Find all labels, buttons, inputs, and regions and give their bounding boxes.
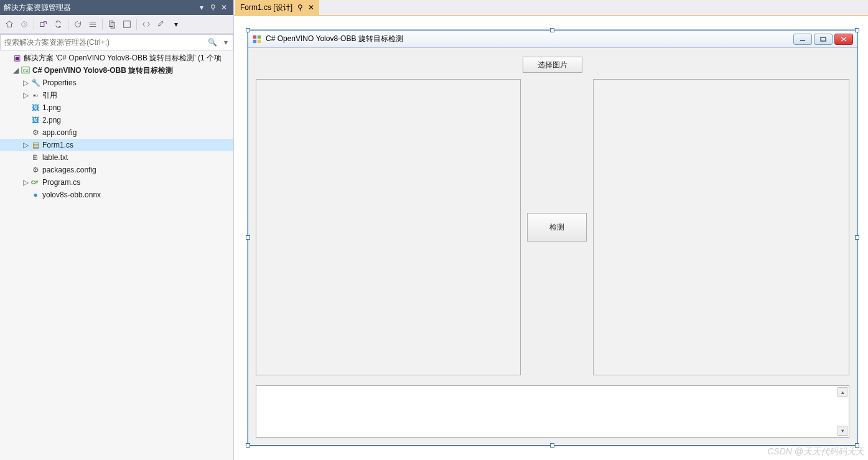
text-file-icon: 🗎 — [30, 153, 41, 162]
preview-icon[interactable] — [120, 17, 134, 31]
tree-item-label: 2.png — [41, 116, 61, 124]
tree-item-png2[interactable]: 🖼 2.png — [0, 114, 233, 126]
view-code-icon[interactable] — [139, 17, 153, 31]
form-titlebar: C# OpenVINO Yolov8-OBB 旋转目标检测 — [248, 31, 857, 48]
solution-label: 解决方案 'C# OpenVINO Yolov8-OBB 旋转目标检测' (1 … — [22, 53, 222, 63]
tree-item-references[interactable]: ▷ ▪▫ 引用 — [0, 89, 233, 101]
expander-icon[interactable]: ▷ — [21, 91, 30, 100]
onnx-file-icon: ● — [30, 190, 41, 199]
tab-label: Form1.cs [设计] — [240, 2, 292, 13]
search-dropdown-icon[interactable]: ▾ — [219, 38, 233, 47]
tree-solution-node[interactable]: ▣ 解决方案 'C# OpenVINO Yolov8-OBB 旋转目标检测' (… — [0, 52, 233, 64]
select-image-button[interactable]: 选择图片 — [523, 57, 582, 73]
tree-item-label: lable.txt — [41, 153, 68, 162]
toolbar-separator — [34, 19, 34, 30]
search-input[interactable] — [1, 38, 205, 47]
tree-item-label: 1.png — [41, 103, 61, 112]
svg-rect-4 — [124, 21, 131, 27]
solution-explorer-title-bar: 解决方案资源管理器 ▾ ⚲ ✕ — [0, 0, 233, 15]
collapse-icon[interactable] — [86, 17, 100, 31]
svg-rect-9 — [258, 35, 261, 38]
form-close-button[interactable] — [834, 34, 853, 45]
tree-item-labletxt[interactable]: 🗎 lable.txt — [0, 151, 233, 164]
tab-close-icon[interactable]: ✕ — [308, 3, 314, 12]
design-form[interactable]: C# OpenVINO Yolov8-OBB 旋转目标检测 选择图片 检测 — [248, 30, 857, 446]
panel-dropdown-icon[interactable]: ▾ — [196, 3, 207, 12]
tree-project-node[interactable]: ◢ C# C# OpenVINO Yolov8-OBB 旋转目标检测 — [0, 64, 233, 77]
svg-rect-8 — [253, 35, 256, 38]
svg-text:C#: C# — [31, 179, 38, 185]
pending-changes-icon[interactable] — [37, 17, 50, 31]
toolbar-separator — [68, 19, 68, 30]
form-title-text: C# OpenVINO Yolov8-OBB 旋转目标检测 — [266, 34, 793, 44]
form-maximize-button[interactable] — [814, 34, 833, 45]
tree-item-label: 引用 — [41, 90, 57, 101]
tree-item-program[interactable]: ▷ C# Program.cs — [0, 176, 233, 189]
tree-item-png1[interactable]: 🖼 1.png — [0, 101, 233, 114]
expander-icon[interactable]: ◢ — [11, 66, 20, 75]
form-designer-surface[interactable]: C# OpenVINO Yolov8-OBB 旋转目标检测 选择图片 检测 — [234, 16, 868, 460]
picturebox-output[interactable] — [593, 79, 849, 375]
solution-icon: ▣ — [11, 54, 22, 62]
search-icon[interactable]: 🔍 — [205, 38, 219, 47]
picturebox-input[interactable] — [256, 79, 521, 375]
tree-item-label: Form1.cs — [41, 141, 73, 149]
select-image-label: 选择图片 — [538, 60, 567, 70]
solution-explorer-search[interactable]: 🔍 ▾ — [0, 34, 233, 50]
solution-explorer-title: 解决方案资源管理器 — [4, 2, 196, 13]
detect-button[interactable]: 检测 — [527, 213, 587, 242]
form-minimize-button[interactable] — [793, 34, 812, 45]
tree-item-packages[interactable]: ⚙ packages.config — [0, 164, 233, 176]
detect-button-label: 检测 — [549, 222, 564, 233]
svg-rect-10 — [253, 39, 256, 42]
image-icon: 🖼 — [30, 103, 41, 112]
config-icon: ⚙ — [30, 128, 41, 137]
config-icon: ⚙ — [30, 166, 41, 174]
svg-text:C#: C# — [23, 68, 29, 72]
solution-explorer-toolbar: ▾ — [0, 15, 233, 34]
references-icon: ▪▫ — [30, 91, 41, 100]
log-textbox[interactable]: ▴ ▾ — [256, 385, 849, 438]
show-all-files-icon[interactable] — [105, 17, 119, 31]
tree-item-label: packages.config — [41, 166, 96, 174]
csharp-file-icon: C# — [30, 177, 41, 188]
scroll-up-icon[interactable]: ▴ — [838, 387, 847, 397]
solution-tree: ▣ 解决方案 'C# OpenVINO Yolov8-OBB 旋转目标检测' (… — [0, 50, 233, 460]
tree-item-label: app.config — [41, 128, 77, 137]
svg-rect-13 — [821, 37, 826, 41]
wrench-icon: 🔧 — [30, 78, 41, 87]
expander-icon[interactable]: ▷ — [21, 78, 30, 87]
scroll-down-icon[interactable]: ▾ — [838, 426, 847, 436]
tree-item-label: Properties — [41, 78, 77, 87]
refresh-icon[interactable] — [71, 17, 85, 31]
pin-icon[interactable]: ⚲ — [207, 3, 218, 12]
form-app-icon — [252, 34, 262, 44]
document-tabstrip: Form1.cs [设计] ⚲ ✕ — [234, 0, 868, 16]
tree-item-form1[interactable]: ▷ ▤ Form1.cs — [0, 139, 233, 151]
tree-item-appconfig[interactable]: ⚙ app.config — [0, 126, 233, 139]
nav-forward-icon[interactable] — [17, 17, 31, 31]
svg-point-0 — [22, 21, 27, 27]
textbox-scrollbar[interactable]: ▴ ▾ — [838, 387, 847, 436]
toolbar-more-icon[interactable]: ▾ — [169, 17, 183, 31]
expander-icon[interactable]: ▷ — [21, 141, 30, 149]
tree-item-properties[interactable]: ▷ 🔧 Properties — [0, 77, 233, 89]
sync-icon[interactable] — [52, 17, 65, 31]
tab-form1-design[interactable]: Form1.cs [设计] ⚲ ✕ — [235, 0, 319, 15]
expander-icon[interactable]: ▷ — [21, 178, 30, 187]
svg-rect-1 — [40, 22, 44, 26]
toolbar-separator — [136, 19, 137, 30]
project-icon: C# — [20, 65, 31, 76]
close-icon[interactable]: ✕ — [218, 3, 230, 12]
home-icon[interactable] — [2, 17, 16, 31]
tab-pin-icon[interactable]: ⚲ — [297, 3, 303, 12]
properties-icon[interactable] — [154, 17, 168, 31]
form-client-area: 选择图片 检测 ▴ ▾ — [248, 48, 857, 445]
tree-item-onnx[interactable]: ● yolov8s-obb.onnx — [0, 189, 233, 201]
svg-rect-11 — [258, 39, 261, 42]
tree-item-label: yolov8s-obb.onnx — [41, 190, 101, 199]
form-icon: ▤ — [30, 141, 41, 149]
tree-item-label: Program.cs — [41, 178, 80, 187]
image-icon: 🖼 — [30, 116, 41, 124]
toolbar-separator — [102, 19, 103, 30]
